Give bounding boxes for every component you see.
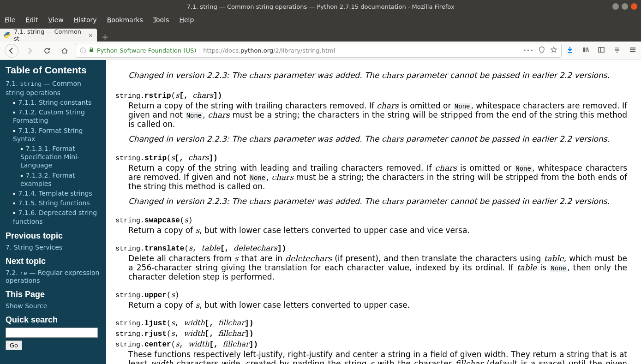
toc-link-spec-mini[interactable]: 7.1.3.1. Format Specification Mini-Langu… xyxy=(20,145,79,169)
func-upper: string.upper(s) Return a copy of s, but … xyxy=(115,290,627,310)
toc-link-deprecated[interactable]: 7.1.6. Deprecated string functions xyxy=(13,209,97,225)
navigation-toolbar: ⓘ Python Software Foundation (US) https:… xyxy=(0,42,641,60)
toc-link-custom-format[interactable]: 7.1.2. Custom String Formatting xyxy=(13,108,85,124)
show-source-link[interactable]: Show Source xyxy=(6,302,47,310)
menu-edit[interactable]: Edit xyxy=(25,16,38,24)
func-swapcase: string.swapcase(s) Return a copy of s, b… xyxy=(115,215,627,235)
menu-tools[interactable]: Tools xyxy=(153,16,169,24)
bookmark-star-icon[interactable] xyxy=(550,46,557,55)
url-text: https://docs.python.org/2/library/string… xyxy=(203,47,335,54)
close-window-button[interactable] xyxy=(631,3,637,10)
toc-link-format-ex[interactable]: 7.1.3.2. Format examples xyxy=(20,172,75,187)
menu-file[interactable]: File xyxy=(5,16,15,24)
toc-link-string-fn[interactable]: 7.1.5. String functions xyxy=(18,199,90,207)
quick-search-heading: Quick search xyxy=(6,315,101,325)
this-page-heading: This Page xyxy=(6,290,101,299)
forward-button[interactable] xyxy=(23,44,36,57)
func-just-group: string.ljust(s, width[, fillchar]) strin… xyxy=(115,318,627,364)
home-button[interactable] xyxy=(58,44,71,57)
maximize-button[interactable] xyxy=(622,3,628,10)
toc-root-link[interactable]: 7.1. string — Common string operations xyxy=(6,80,81,96)
browser-tab[interactable]: 7.1. string — Common st × xyxy=(0,29,97,42)
menu-help[interactable]: Help xyxy=(179,16,194,24)
address-bar[interactable]: ⓘ Python Software Foundation (US) https:… xyxy=(76,44,562,58)
search-input[interactable] xyxy=(6,328,98,338)
menu-view[interactable]: View xyxy=(48,16,64,24)
main-content[interactable]: Changed in version 2.2.3: The chars para… xyxy=(106,60,641,364)
func-rstrip: string.rstrip(s[, chars]) Return a copy … xyxy=(115,90,627,143)
toc-link-template[interactable]: 7.1.4. Template strings xyxy=(18,190,92,197)
reload-button[interactable] xyxy=(41,44,54,57)
next-topic-link[interactable]: 7.2. re — Regular expression operations xyxy=(6,269,99,284)
toc-link-format-syntax[interactable]: 7.1.3. Format String Syntax xyxy=(13,127,83,143)
menu-bookmarks[interactable]: Bookmarks xyxy=(107,16,143,24)
tab-bar: 7.1. string — Common st × + xyxy=(0,27,641,42)
menu-bar: File Edit View History Bookmarks Tools H… xyxy=(0,13,641,27)
reader-mode-icon[interactable] xyxy=(538,46,545,55)
func-strip: string.strip(s[, chars]) Return a copy o… xyxy=(115,153,627,206)
sidebar-toc: Table of Contents 7.1. string — Common s… xyxy=(0,60,106,364)
lock-icon xyxy=(89,47,94,54)
prev-topic-heading: Previous topic xyxy=(6,231,101,241)
next-topic-heading: Next topic xyxy=(6,257,101,266)
toc-link-constants[interactable]: 7.1.1. String constants xyxy=(18,99,91,106)
window-titlebar: 7.1. string — Common string operations —… xyxy=(0,0,641,13)
search-go-button[interactable] xyxy=(6,340,22,350)
overflow-menu-icon[interactable] xyxy=(613,46,621,55)
back-button[interactable] xyxy=(5,44,18,58)
site-identity[interactable]: Python Software Foundation (US) xyxy=(97,47,200,54)
changed-note: Changed in version 2.2.3: The chars para… xyxy=(128,70,627,81)
minimize-button[interactable] xyxy=(612,3,619,10)
toc-heading: Table of Contents xyxy=(6,65,101,76)
tab-title: 7.1. string — Common st xyxy=(14,28,85,42)
downloads-icon[interactable] xyxy=(566,46,574,55)
svg-rect-0 xyxy=(599,48,604,52)
close-tab-icon[interactable]: × xyxy=(88,32,93,39)
prev-topic-link[interactable]: 7. String Services xyxy=(6,244,62,251)
func-translate: string.translate(s, table[, deletechars]… xyxy=(115,243,627,281)
library-icon[interactable] xyxy=(582,46,589,55)
info-icon[interactable]: ⓘ xyxy=(80,47,86,55)
sidebar-icon[interactable] xyxy=(598,46,605,55)
window-title: 7.1. string — Common string operations —… xyxy=(186,3,454,10)
menu-history[interactable]: History xyxy=(74,16,97,24)
page-action-icon[interactable]: ••• xyxy=(523,47,533,54)
favicon-python-icon xyxy=(4,31,11,39)
new-tab-button[interactable]: + xyxy=(97,32,113,42)
hamburger-menu-icon[interactable] xyxy=(629,46,636,55)
